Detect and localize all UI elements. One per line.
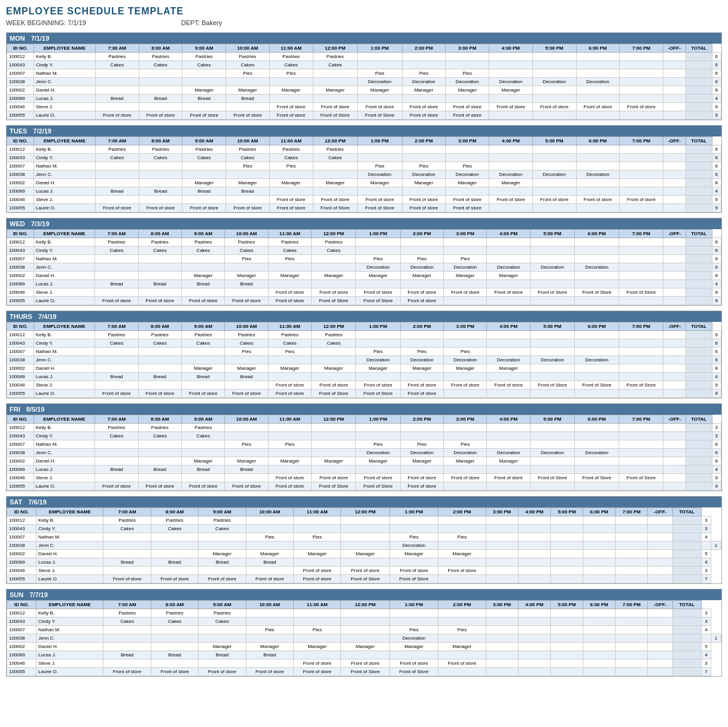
table-row: 100038Jenn C.DecorationDecorationDecorat…: [7, 356, 721, 364]
col-header-8-00-am: 8:00 AM: [138, 230, 181, 238]
table-cell: [620, 53, 663, 61]
table-cell: [583, 668, 616, 676]
table-row: 100055Laurie O.Front of storeFront of st…: [7, 390, 721, 398]
day-name: MON: [10, 35, 25, 42]
col-header-id-no-: ID NO.: [7, 44, 34, 53]
table-cell: [672, 558, 701, 567]
table-row: 100089Lucas J.BreadBreadBreadBread4: [7, 466, 721, 474]
table-cell: Manager: [226, 179, 270, 187]
table-cell: [139, 171, 182, 179]
table-cell: Bread: [199, 558, 246, 567]
table-cell: [402, 95, 446, 103]
table-cell: [400, 424, 443, 432]
table-row: 100055Laurie O.Front of storeFront of st…: [7, 297, 721, 305]
table-cell: 9: [712, 103, 721, 111]
table-cell: [616, 668, 648, 676]
col-header-1-00-pm: 1:00 PM: [358, 44, 403, 53]
table-cell: Manager: [268, 364, 311, 373]
table-cell: [487, 373, 530, 381]
table-cell: Pies: [356, 348, 400, 356]
table-cell: [95, 348, 138, 356]
table-cell: 6: [712, 247, 721, 255]
table-cell: Manager: [438, 550, 486, 558]
table-cell: Front of store: [576, 103, 620, 111]
table-cell: [95, 179, 139, 187]
table-cell: [95, 263, 138, 272]
table-cell: [151, 550, 198, 558]
table-cell: Cakes: [182, 61, 226, 69]
table-cell: Manager: [182, 86, 226, 95]
table-cell: Decoration: [446, 171, 489, 179]
col-header-5-00-pm: 5:00 PM: [530, 230, 574, 238]
table-cell: 100043: [7, 525, 36, 533]
table-cell: [550, 550, 583, 558]
table-cell: [672, 516, 701, 525]
table-cell: Front of store: [246, 668, 293, 676]
table-cell: [313, 95, 358, 103]
table-cell: [620, 69, 663, 78]
table-cell: Front of store: [356, 474, 400, 482]
table-cell: Front of store: [268, 390, 311, 398]
table-cell: [663, 424, 686, 432]
col-header-1-00-pm: 1:00 PM: [356, 415, 400, 424]
table-cell: Manager: [358, 179, 403, 187]
table-cell: [358, 145, 403, 154]
table-cell: [672, 575, 701, 583]
table-cell: [663, 247, 686, 255]
table-cell: [199, 542, 246, 550]
table-cell: Front of Store: [530, 288, 574, 297]
table-cell: Front of store: [487, 288, 530, 297]
table-cell: Decoration: [530, 263, 574, 272]
table-cell: 6: [712, 61, 721, 69]
table-cell: [576, 53, 620, 61]
table-cell: Decoration: [400, 263, 443, 272]
table-cell: Pastries: [139, 53, 182, 61]
table-cell: [182, 288, 225, 297]
table-cell: [616, 550, 648, 558]
table-cell: [532, 61, 576, 69]
table-cell: [356, 373, 400, 381]
table-cell: Manager: [312, 364, 356, 373]
table-cell: Pastries: [138, 331, 181, 339]
col-header-8-00-am: 8:00 AM: [138, 323, 181, 331]
table-cell: Lucas J.: [33, 187, 95, 196]
table-row: 100046Steve J.Front of storeFront of sto…: [7, 659, 721, 668]
col-header--off-: -OFF-: [663, 323, 686, 331]
col-header-id-no-: ID NO.: [7, 230, 34, 238]
table-cell: [616, 643, 648, 651]
day-date: 8/5/19: [26, 406, 45, 413]
table-cell: [269, 78, 313, 86]
table-cell: Cakes: [103, 618, 151, 626]
table-cell: [294, 516, 341, 525]
table-cell: [356, 339, 400, 348]
table-cell: [138, 255, 181, 263]
table-cell: 100038: [7, 356, 34, 364]
table-cell: [663, 348, 686, 356]
table-cell: Steve J.: [36, 659, 103, 668]
table-cell: [532, 53, 576, 61]
table-cell: [576, 145, 620, 154]
table-cell: 100012: [7, 238, 34, 247]
table-cell: [648, 567, 672, 575]
table-cell: [446, 61, 489, 69]
col-header-11-00-am: 11:00 AM: [268, 230, 311, 238]
table-cell: [663, 440, 686, 449]
table-cell: [487, 255, 530, 263]
table-cell: [444, 390, 487, 398]
table-cell: [486, 550, 518, 558]
table-cell: [95, 288, 138, 297]
table-cell: [550, 618, 583, 626]
table-cell: 6: [712, 154, 721, 162]
table-cell: Decoration: [444, 356, 487, 364]
day-date: 7/7/19: [29, 591, 48, 598]
table-cell: [313, 187, 358, 196]
table-cell: Decoration: [356, 449, 400, 457]
table-cell: Pastries: [95, 331, 138, 339]
table-cell: [389, 558, 438, 567]
table-cell: Bread: [95, 95, 139, 103]
table-cell: Front of store: [95, 297, 138, 305]
table-cell: Manager: [489, 179, 533, 187]
col-header-employee-name: EMPLOYEE NAME: [36, 508, 103, 516]
col-header-12-00-pm: 12:00 PM: [312, 323, 356, 331]
table-cell: Daniel H.: [36, 643, 103, 651]
